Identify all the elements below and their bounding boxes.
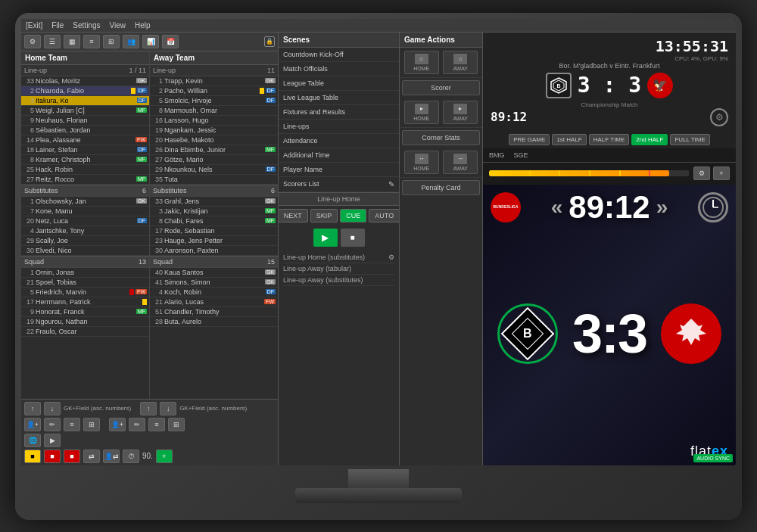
- settings-small-icon[interactable]: ⚙: [710, 108, 728, 126]
- calendar-icon[interactable]: 📅: [162, 35, 179, 48]
- ga-scorer-btn[interactable]: Scorer: [402, 80, 480, 95]
- timeline-bar[interactable]: [489, 170, 689, 176]
- player-row[interactable]: 27 Reitz, Rocco MF: [21, 175, 149, 185]
- player-row[interactable]: 2Pacho, WillianDF: [150, 86, 278, 96]
- timeline-add-icon[interactable]: +: [713, 166, 730, 180]
- clock-icon[interactable]: ⏱: [123, 450, 139, 463]
- timeline-settings-icon[interactable]: ⚙: [693, 166, 710, 180]
- player-row[interactable]: 30Elvedi, Nico: [21, 246, 149, 256]
- player-row[interactable]: 25 Hack, Robin: [21, 165, 149, 175]
- list-icon[interactable]: ☰: [44, 35, 61, 48]
- arrow-icon[interactable]: ▶: [44, 434, 61, 447]
- scene-match-officials[interactable]: Match Officials: [279, 62, 399, 76]
- skip-button[interactable]: SKIP: [310, 209, 338, 222]
- player-row[interactable]: 3Jakic, KristijanMF: [150, 207, 278, 216]
- player-row[interactable]: 4Jantschke, Tony: [21, 226, 149, 236]
- player-row[interactable]: 20Netz, LucaDF: [21, 216, 149, 226]
- player-row[interactable]: 1Ornin, Jonas: [21, 268, 149, 278]
- scene-player-name[interactable]: Player Name: [279, 163, 399, 177]
- auto-button[interactable]: AUTO: [369, 209, 400, 222]
- player-row[interactable]: 9 Neuhaus, Florian: [21, 116, 149, 126]
- menu-view[interactable]: View: [110, 21, 126, 30]
- player-row[interactable]: 8 Kramer, Christoph MF: [21, 155, 149, 165]
- player-row[interactable]: 3 Itakura, Ko DF: [21, 96, 149, 106]
- table-icon[interactable]: ▦: [64, 35, 80, 48]
- scene-league-table[interactable]: League Table: [279, 76, 399, 91]
- home-sort-desc-icon[interactable]: ↓: [44, 402, 61, 415]
- period-pre-game[interactable]: PRE GAME: [509, 134, 550, 145]
- player-row[interactable]: 35Tuta: [150, 175, 278, 185]
- period-1st-half[interactable]: 1st HALF: [552, 134, 586, 145]
- player-row[interactable]: 16Larsson, Hugo: [150, 116, 278, 126]
- player-row[interactable]: 4Koch, RobinDF: [150, 288, 278, 297]
- player-row[interactable]: 5Smolcic, HrvojeDF: [150, 96, 278, 106]
- plus-icon[interactable]: +: [156, 450, 173, 463]
- player-row[interactable]: 33Grahl, JensGK: [150, 197, 278, 207]
- ga-penalty-card-btn[interactable]: Penalty Card: [402, 180, 480, 195]
- ga-away-btn[interactable]: ⌂ AWAY: [443, 51, 478, 74]
- grid-view-icon[interactable]: ⊞: [83, 418, 100, 431]
- player-row[interactable]: 1Olschowsky, JanGK: [21, 197, 149, 207]
- people-icon[interactable]: 👥: [123, 35, 139, 48]
- player-row[interactable]: 26Dina Ebimbe, JuniorMF: [150, 145, 278, 155]
- player-row[interactable]: 19Ngourou, Nathan: [21, 317, 149, 327]
- home-sort-asc-icon[interactable]: ↑: [24, 402, 41, 415]
- player-row[interactable]: 17Rode, Sebastian: [150, 226, 278, 236]
- player-row[interactable]: 40Kaua SantosGK: [150, 268, 278, 278]
- player-row[interactable]: 8Marmoush, Omar: [150, 106, 278, 116]
- player-row[interactable]: 29Scally, Joe: [21, 236, 149, 246]
- stop-button[interactable]: ■: [341, 229, 365, 247]
- scene-scorers-list[interactable]: Scorers List ✎: [279, 177, 399, 192]
- play-button[interactable]: ▶: [313, 229, 338, 247]
- ga-corner-stats-btn[interactable]: Corner Stats: [402, 130, 480, 145]
- player-row[interactable]: 41Simons, SimonGK: [150, 278, 278, 288]
- edit2-icon[interactable]: ✏: [129, 418, 145, 431]
- scene-live-league-table[interactable]: Live League Table: [279, 91, 399, 105]
- away-sort-desc-icon[interactable]: ↓: [160, 402, 176, 415]
- red-yellow-card-btn[interactable]: ■: [44, 450, 61, 463]
- scene-countdown-kickoff[interactable]: Countdown Kick-Off: [279, 48, 399, 62]
- player-row[interactable]: 28Buta, Aurelo: [150, 317, 278, 327]
- player-row[interactable]: 5 Weigl, Julian [C] MF: [21, 106, 149, 116]
- player-row[interactable]: 21Spoel, Tobias: [21, 278, 149, 288]
- red-card-btn[interactable]: ■: [64, 450, 80, 463]
- swap-icon[interactable]: ⇄: [83, 450, 100, 463]
- player-row[interactable]: 9Honorat, FranckMF: [21, 307, 149, 317]
- scene-additional-time[interactable]: Additional Time: [279, 148, 399, 163]
- player-row[interactable]: 21Alario, LucasFW: [150, 297, 278, 307]
- cue-button[interactable]: CUE: [340, 209, 366, 222]
- next-button[interactable]: NEXT: [279, 209, 308, 222]
- away-sort-asc-icon[interactable]: ↑: [140, 402, 157, 415]
- scene-attendance[interactable]: Attendance: [279, 134, 399, 148]
- player-row[interactable]: 29Nkounkou, NelsDF: [150, 165, 278, 175]
- player-row[interactable]: 30Aaronson, Paxten: [150, 246, 278, 256]
- list-view-icon[interactable]: ≡: [64, 418, 80, 431]
- menu-settings[interactable]: Settings: [73, 21, 100, 30]
- player-row[interactable]: 6 Sébastien, Jordan: [21, 126, 149, 135]
- player-row[interactable]: 22Fraulo, Oscar: [21, 327, 149, 337]
- grid-icon[interactable]: ⊞: [103, 35, 120, 48]
- list2-icon[interactable]: ≡: [148, 418, 165, 431]
- settings-icon[interactable]: ⚙: [24, 35, 41, 48]
- player-row[interactable]: 19Ngankam, Jessic: [150, 126, 278, 135]
- ga-home-btn-3[interactable]: ↔ HOME: [404, 151, 439, 174]
- yellow-card-btn[interactable]: ■: [24, 450, 41, 463]
- player-row[interactable]: 8Chabi, FaresMF: [150, 216, 278, 226]
- player-row[interactable]: 14 Plea, Alassane FW: [21, 135, 149, 145]
- lineup-home-subs[interactable]: Line-up Home (substitutes) ⚙: [283, 252, 394, 263]
- menu-help[interactable]: Help: [135, 21, 151, 30]
- ga-away-btn-2[interactable]: ▸ AWAY: [443, 101, 478, 124]
- scene-lineups[interactable]: Line-ups: [279, 120, 399, 134]
- player-row[interactable]: 27Götze, Mario: [150, 155, 278, 165]
- ga-home-btn[interactable]: ⌂ HOME: [404, 51, 439, 74]
- player-row[interactable]: 2 Chiaroda, Fabio DF: [21, 86, 149, 96]
- lineup-away-tabular[interactable]: Line-up Away (tabular): [283, 263, 394, 275]
- edit-icon[interactable]: ✏: [44, 418, 61, 431]
- lock-icon[interactable]: 🔒: [264, 36, 275, 47]
- player-row[interactable]: 5Friedrich, MarvinFW: [21, 288, 149, 297]
- player-row[interactable]: 51Chandler, Timothy: [150, 307, 278, 317]
- lineup-away-subs[interactable]: Line-up Away (substitutes): [283, 275, 394, 286]
- player-row[interactable]: 33 Nicolas, Moritz GK: [21, 76, 149, 86]
- menu-file[interactable]: File: [51, 21, 64, 30]
- player-row[interactable]: 1Trapp, KevinGK: [150, 76, 278, 86]
